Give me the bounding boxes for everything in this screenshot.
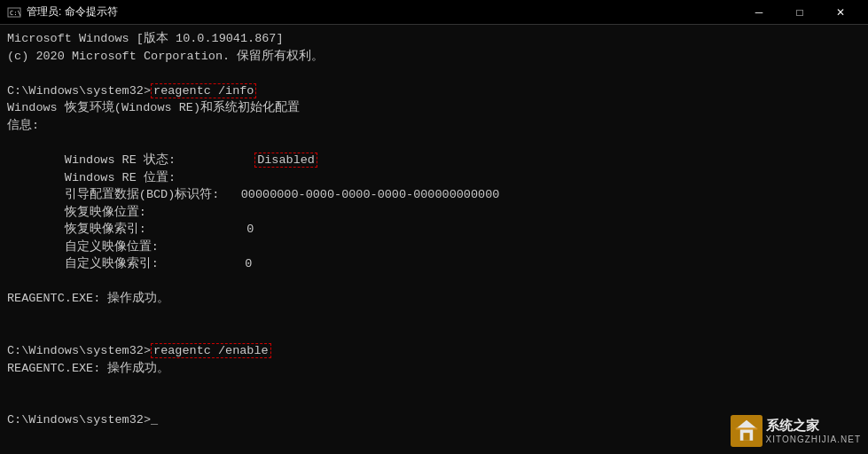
- watermark-icon: [731, 415, 762, 447]
- line-21: [7, 377, 861, 395]
- line-10: 引导配置数据(BCD)标识符: 00000000-0000-0000-0000-…: [7, 186, 861, 204]
- line-1: Microsoft Windows [版本 10.0.19041.867]: [7, 30, 861, 48]
- titlebar-controls: ─ □ ✕: [739, 0, 861, 25]
- cmd-window: C:\ 管理员: 命令提示符 ─ □ ✕ Microsoft Windows […: [0, 0, 868, 454]
- line-2: (c) 2020 Microsoft Corporation. 保留所有权利。: [7, 48, 861, 66]
- line-7: [7, 134, 861, 152]
- line-3: [7, 65, 861, 82]
- titlebar: C:\ 管理员: 命令提示符 ─ □ ✕: [0, 0, 868, 25]
- line-14: 自定义映像索引: 0: [7, 255, 861, 273]
- watermark-site-url: XITONGZHIJIA.NET: [766, 434, 862, 444]
- svg-rect-5: [743, 433, 749, 441]
- minimize-button[interactable]: ─: [739, 0, 779, 25]
- line-20: REAGENTC.EXE: 操作成功。: [7, 360, 861, 378]
- titlebar-title: 管理员: 命令提示符: [27, 4, 739, 20]
- line-12: 恢复映像索引: 0: [7, 221, 861, 239]
- line-19: C:\Windows\system32>reagentc /enable: [7, 342, 861, 360]
- line-8: Windows RE 状态: Disabled: [7, 152, 861, 169]
- line-17: [7, 308, 861, 325]
- titlebar-icon: C:\: [7, 5, 21, 20]
- line-6: 信息:: [7, 117, 861, 135]
- line-15: [7, 273, 861, 291]
- console-output[interactable]: Microsoft Windows [版本 10.0.19041.867] (c…: [0, 25, 868, 454]
- reagentc-info-cmd: reagentc /info: [151, 83, 256, 98]
- close-button[interactable]: ✕: [820, 0, 861, 25]
- line-16: REAGENTC.EXE: 操作成功。: [7, 290, 861, 308]
- watermark-site-name: 系统之家: [766, 418, 862, 434]
- disabled-status: Disabled: [254, 153, 317, 168]
- line-18: [7, 325, 861, 343]
- line-4: C:\Windows\system32>reagentc /info: [7, 82, 861, 100]
- line-9: Windows RE 位置:: [7, 169, 861, 187]
- watermark-text-container: 系统之家 XITONGZHIJIA.NET: [766, 418, 862, 444]
- line-11: 恢复映像位置:: [7, 204, 861, 222]
- watermark: 系统之家 XITONGZHIJIA.NET: [731, 415, 862, 447]
- reagentc-enable-cmd: reagentc /enable: [151, 343, 271, 358]
- svg-rect-6: [735, 427, 756, 429]
- maximize-button[interactable]: □: [779, 0, 820, 25]
- line-22: [7, 395, 861, 412]
- line-5: Windows 恢复环境(Windows RE)和系统初始化配置: [7, 99, 861, 117]
- line-13: 自定义映像位置:: [7, 239, 861, 256]
- svg-text:C:\: C:\: [10, 10, 21, 17]
